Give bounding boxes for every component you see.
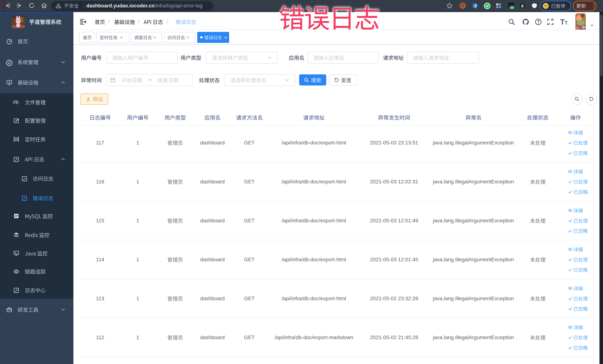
svg-text:on: on bbox=[510, 7, 513, 9]
